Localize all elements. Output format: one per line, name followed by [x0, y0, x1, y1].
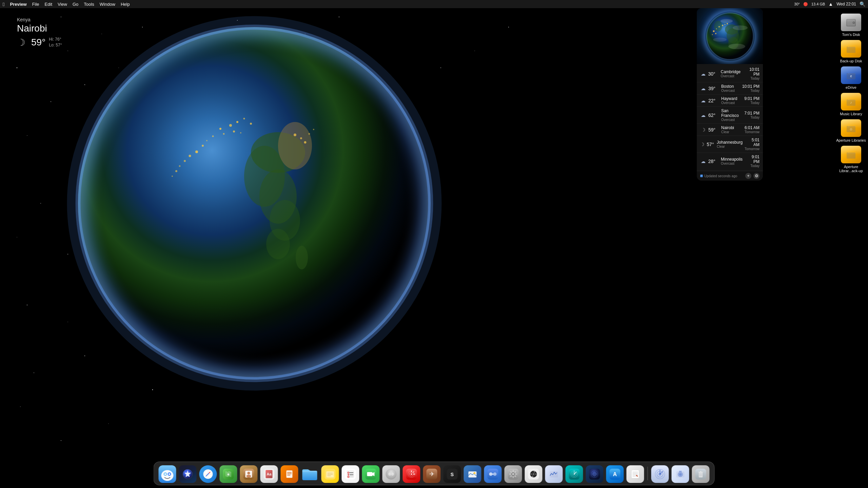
weather-list-item[interactable]: ☁ 28° Minneapolis Overcast 9:01 PM Today — [697, 153, 763, 169]
dock-notes[interactable] — [321, 464, 340, 483]
svg-text:Aa: Aa — [267, 472, 272, 476]
city-temp: 30° — [708, 71, 718, 77]
weather-list-item[interactable]: ☽ 59° Nairobi Clear 6:01 AM Tomorrow — [697, 124, 763, 136]
svg-point-9 — [118, 67, 119, 68]
city-condition: Overcast — [721, 162, 743, 165]
storage-indicator[interactable]: 13.4 GB — [811, 2, 825, 6]
activity-monitor-icon — [545, 465, 563, 483]
tools-menu[interactable]: Tools — [84, 2, 94, 7]
city-condition: Clear — [721, 130, 743, 134]
folder-drive-icon — [846, 43, 856, 54]
sidebar-item-aperture-libraries[interactable]: ◎ Aperture Libraries — [836, 119, 866, 142]
weather-panel: ☁ 30° Cambridge Overcast 10:01 PM Today … — [697, 8, 763, 181]
menubar:  Preview File Edit View Go Tools Window… — [0, 0, 868, 8]
wifi-icon[interactable]: ▲ — [828, 1, 833, 7]
sidebar-item-aperture-backup[interactable]: Aperture Librar...ack-up — [836, 146, 866, 173]
dock-safari[interactable] — [199, 464, 218, 483]
view-menu[interactable]: View — [58, 2, 67, 7]
file-menu[interactable]: File — [32, 2, 39, 7]
dock-aperture[interactable] — [524, 464, 543, 483]
sidebar-item-edrive[interactable]: e eDrive — [841, 66, 861, 89]
dock-trash[interactable] — [691, 464, 710, 483]
svg-point-115 — [161, 470, 174, 481]
dock-launchpad[interactable] — [178, 464, 197, 483]
svg-point-29 — [27, 305, 27, 305]
dock-migration[interactable] — [484, 464, 502, 483]
svg-point-95 — [715, 33, 716, 34]
dock-folder[interactable] — [300, 464, 319, 483]
weather-list-item[interactable]: ☁ 39° Boston Overcast 10:01 PM Today — [697, 82, 763, 95]
go-menu[interactable]: Go — [73, 2, 78, 7]
dock-itravel[interactable]: ✈ — [422, 464, 441, 483]
dock-reminders[interactable] — [341, 464, 360, 483]
osx-icon — [586, 465, 604, 483]
dock-network-radar[interactable] — [565, 464, 584, 483]
dock-contacts[interactable] — [239, 464, 258, 483]
edit-menu[interactable]: Edit — [45, 2, 52, 7]
sidebar-item-toms-disk[interactable]: Tom's Disk — [841, 14, 861, 37]
dock-system-prefs[interactable] — [504, 464, 523, 483]
dock-itunes[interactable] — [402, 464, 421, 483]
dock-dictionary[interactable]: Aa — [260, 464, 279, 483]
weather-list-item[interactable]: ☁ 30° Cambridge Overcast 10:01 PM Today — [697, 65, 763, 82]
itunes-icon — [403, 465, 420, 483]
dock-game-center[interactable] — [382, 464, 401, 483]
dock-iphoto[interactable] — [671, 464, 690, 483]
weather-globe-image — [706, 13, 754, 60]
edrive-icon: e — [841, 66, 861, 84]
dock-pages[interactable] — [280, 464, 299, 483]
city-name: Boston — [721, 84, 740, 89]
city-time-col: 9:01 PM Today — [745, 155, 760, 168]
weather-add-button[interactable]: + — [745, 173, 751, 179]
dock-maps[interactable] — [219, 464, 238, 483]
svg-point-93 — [718, 26, 720, 27]
notes-icon — [321, 465, 339, 483]
city-temp: 59° — [708, 127, 719, 133]
battery-status[interactable]: 30° — [794, 2, 800, 6]
dock-sonos[interactable]: S — [443, 464, 462, 483]
svg-point-150 — [348, 476, 349, 477]
network-radar-icon — [566, 465, 583, 483]
photos-browse-icon — [464, 465, 481, 483]
dock-osx[interactable] — [585, 464, 604, 483]
svg-point-99 — [713, 38, 727, 42]
dock-textedit[interactable] — [626, 464, 645, 483]
sidebar-item-music-library[interactable]: ♪ Music Library — [840, 93, 862, 116]
dock-finder[interactable] — [158, 464, 177, 483]
svg-point-162 — [411, 473, 412, 475]
city-weather-icon: ☁ — [700, 98, 706, 103]
apple-menu[interactable]:  — [3, 1, 4, 7]
dock-appstore[interactable]: A — [606, 464, 625, 483]
city-info: Johannesburg Clear — [717, 140, 743, 148]
svg-point-119 — [169, 473, 170, 475]
city-day: Today — [742, 89, 760, 93]
svg-text:✈: ✈ — [429, 471, 434, 477]
dock-photos-browse[interactable] — [463, 464, 482, 483]
weather-footer: ✓ Updated seconds ago + ⚙ — [697, 171, 763, 181]
itravel-icon: ✈ — [423, 465, 441, 483]
trash-icon — [692, 465, 710, 483]
weather-list-item[interactable]: ☽ 57° Johannesburg Clear 5:01 AM Tomorro… — [697, 136, 763, 153]
help-menu[interactable]: Help — [121, 2, 130, 7]
window-menu[interactable]: Window — [100, 2, 115, 7]
dock-activity-monitor[interactable] — [545, 464, 564, 483]
dock-facetime[interactable] — [361, 464, 380, 483]
dictionary-icon: Aa — [260, 465, 278, 483]
edrive-label: eDrive — [846, 85, 856, 89]
weather-list-item[interactable]: ☁ 62° San Francisco Overcast 7:01 PM Tod… — [697, 107, 763, 124]
weather-list-item[interactable]: ☁ 22° Hayward Overcast 9:01 PM Today — [697, 95, 763, 107]
svg-point-100 — [728, 44, 745, 49]
svg-point-97 — [721, 19, 733, 23]
launchpad-icon — [179, 465, 197, 483]
dock-airdrop[interactable] — [651, 464, 670, 483]
search-icon[interactable]: 🔍 — [860, 1, 865, 7]
svg-point-118 — [164, 473, 166, 475]
svg-rect-135 — [287, 470, 293, 478]
weather-settings-button[interactable]: ⚙ — [753, 173, 760, 179]
aperture-backup-label: Aperture Librar...ack-up — [836, 165, 866, 173]
app-name-menu[interactable]: Preview — [10, 2, 26, 7]
city-day: Tomorrow — [745, 130, 760, 134]
sidebar-item-backup-disk[interactable]: Back-up Disk — [840, 40, 862, 63]
city-info: Cambridge Overcast — [721, 69, 741, 78]
iphoto-icon — [672, 465, 689, 483]
